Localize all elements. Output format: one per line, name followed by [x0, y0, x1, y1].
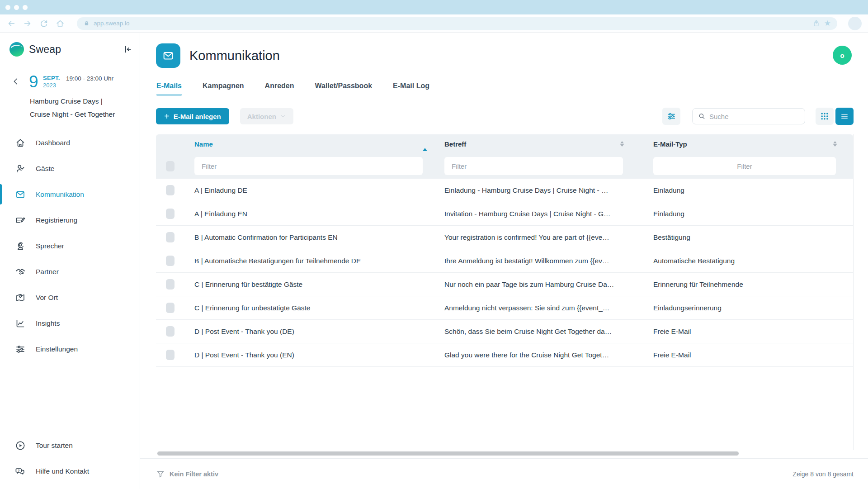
search-box — [692, 108, 805, 124]
filter-sliders-icon — [666, 111, 676, 121]
table-row[interactable]: A | Einladung DE Einladung - Hamburg Cru… — [156, 179, 853, 202]
sidebar-item-label: Registrierung — [36, 216, 77, 224]
event-month: SEPT. — [43, 75, 60, 81]
close-window-button[interactable] — [5, 5, 10, 10]
help-chat-icon: ? — [15, 466, 26, 477]
back-icon[interactable] — [6, 19, 16, 28]
name-filter-input[interactable] — [194, 157, 423, 175]
address-bar[interactable]: app.sweap.io ★ — [77, 17, 837, 30]
sidebar-item-label: Kommunikation — [36, 190, 84, 199]
type-cell: Automatische Bestätigung — [642, 257, 853, 265]
row-checkbox[interactable] — [166, 279, 175, 290]
table-row[interactable]: D | Post Event - Thank you (EN) Glad you… — [156, 343, 853, 367]
table-row[interactable]: B | Automatic Confirmation for Participa… — [156, 226, 853, 249]
table-row[interactable]: A | Einladung EN Invitation - Hamburg Cr… — [156, 202, 853, 226]
forward-icon[interactable] — [23, 19, 33, 28]
row-checkbox[interactable] — [166, 326, 175, 337]
home-icon — [15, 138, 26, 148]
filter-status: Kein Filter aktiv — [156, 470, 218, 479]
subject-cell: Your registration is confirmed! You are … — [436, 233, 642, 242]
sidebar-item-vor-ort[interactable]: Vor Ort — [0, 285, 140, 310]
select-all-checkbox[interactable] — [166, 161, 175, 171]
sidebar-item-gaeste[interactable]: Gäste — [0, 156, 140, 181]
list-view-button[interactable] — [835, 108, 854, 125]
home-icon[interactable] — [55, 19, 65, 28]
sidebar-item-label: Dashboard — [36, 139, 70, 147]
sidebar-item-registrierung[interactable]: Registrierung — [0, 207, 140, 233]
table-row[interactable]: C | Erinnerung für bestätigte Gäste Nur … — [156, 273, 853, 296]
search-input[interactable] — [709, 113, 799, 120]
browser-profile-avatar[interactable] — [848, 17, 862, 30]
sidebar-item-hilfe-kontakt[interactable]: ? Hilfe und Kontakt — [0, 458, 140, 484]
mail-icon — [15, 189, 26, 200]
user-avatar[interactable]: o — [833, 46, 852, 65]
chart-line-icon — [15, 318, 26, 329]
grid-view-icon — [820, 112, 829, 121]
guest-check-icon — [15, 163, 26, 174]
reload-icon[interactable] — [39, 19, 49, 28]
minimize-window-button[interactable] — [14, 5, 19, 10]
sidebar-item-label: Partner — [36, 268, 59, 276]
table-row[interactable]: C | Erinnerung für unbestätigte Gäste An… — [156, 296, 853, 320]
tab-e-mail-log[interactable]: E-Mail Log — [393, 82, 429, 96]
tab-anreden[interactable]: Anreden — [265, 82, 294, 96]
maximize-window-button[interactable] — [23, 5, 28, 10]
checkbox-cell — [156, 326, 194, 337]
tab-kampagnen[interactable]: Kampagnen — [203, 82, 244, 96]
kommunikation-mail-tile — [156, 43, 180, 68]
status-bar: Kein Filter aktiv Zeige 8 von 8 gesamt — [140, 458, 868, 489]
list-toolbar: + E-Mail anlegen Aktionen — [156, 107, 854, 125]
sidebar-item-label: Gäste — [36, 165, 54, 173]
row-checkbox[interactable] — [166, 185, 175, 195]
subject-cell: Einladung - Hamburg Cruise Days | Cruise… — [436, 186, 642, 195]
column-label: Name — [194, 140, 213, 148]
type-filter-input[interactable] — [653, 157, 836, 175]
checkbox-cell — [156, 256, 194, 266]
sidebar-item-einstellungen[interactable]: Einstellungen — [0, 336, 140, 362]
row-checkbox[interactable] — [166, 350, 175, 360]
back-chevron-icon[interactable] — [11, 76, 21, 86]
type-cell: Bestätigung — [642, 233, 853, 242]
column-header-betreff[interactable]: Betreff — [436, 140, 642, 148]
event-name[interactable]: Hamburg Cruise Days | Cruise Night - Get… — [30, 95, 115, 121]
row-checkbox[interactable] — [166, 256, 175, 266]
column-header-name[interactable]: Name — [194, 140, 436, 148]
row-checkbox[interactable] — [166, 303, 175, 313]
horizontal-scrollbar[interactable] — [157, 451, 739, 456]
table-body: A | Einladung DE Einladung - Hamburg Cru… — [156, 179, 853, 367]
bookmark-star-icon[interactable]: ★ — [824, 19, 831, 27]
filter-settings-button[interactable] — [662, 108, 680, 125]
sidebar-item-kommunikation[interactable]: Kommunikation — [0, 181, 140, 207]
create-email-button[interactable]: + E-Mail anlegen — [156, 108, 229, 124]
sidebar-item-label: Tour starten — [36, 442, 73, 450]
email-table: Name Betreff E-Mail-Typ — [156, 134, 854, 450]
brand-name: Sweap — [29, 43, 117, 56]
tab-wallet-passbook[interactable]: Wallet/Passbook — [315, 82, 373, 96]
name-cell: D | Post Event - Thank you (DE) — [194, 328, 436, 336]
table-row[interactable]: B | Automatische Bestätigungen für Teiln… — [156, 249, 853, 273]
name-filter-wrap — [194, 157, 436, 175]
row-checkbox[interactable] — [166, 232, 175, 242]
actions-label: Aktionen — [247, 113, 276, 120]
create-email-label: E-Mail anlegen — [174, 113, 221, 120]
sidebar-item-partner[interactable]: Partner — [0, 259, 140, 285]
actions-dropdown-button[interactable]: Aktionen — [240, 108, 293, 124]
sidebar-item-dashboard[interactable]: Dashboard — [0, 130, 140, 156]
column-header-email-typ[interactable]: E-Mail-Typ — [642, 140, 853, 148]
share-icon[interactable] — [812, 19, 821, 28]
type-cell: Einladung — [642, 210, 853, 218]
grid-view-button[interactable] — [816, 108, 834, 125]
name-cell: B | Automatic Confirmation for Participa… — [194, 233, 436, 242]
sidebar-item-insights[interactable]: Insights — [0, 310, 140, 336]
table-filter-row — [156, 153, 853, 179]
sidebar-item-sprecher[interactable]: Sprecher — [0, 233, 140, 259]
sidebar-item-label: Sprecher — [36, 242, 64, 250]
tab-e-mails[interactable]: E-Mails — [156, 82, 182, 96]
sidebar-item-tour-starten[interactable]: Tour starten — [0, 432, 140, 458]
sidebar-divider — [0, 64, 140, 64]
filter-status-text: Kein Filter aktiv — [170, 470, 218, 478]
table-row[interactable]: D | Post Event - Thank you (DE) Schön, d… — [156, 320, 853, 343]
row-checkbox[interactable] — [166, 209, 175, 219]
subject-filter-input[interactable] — [444, 157, 623, 175]
collapse-sidebar-icon[interactable] — [122, 44, 132, 55]
